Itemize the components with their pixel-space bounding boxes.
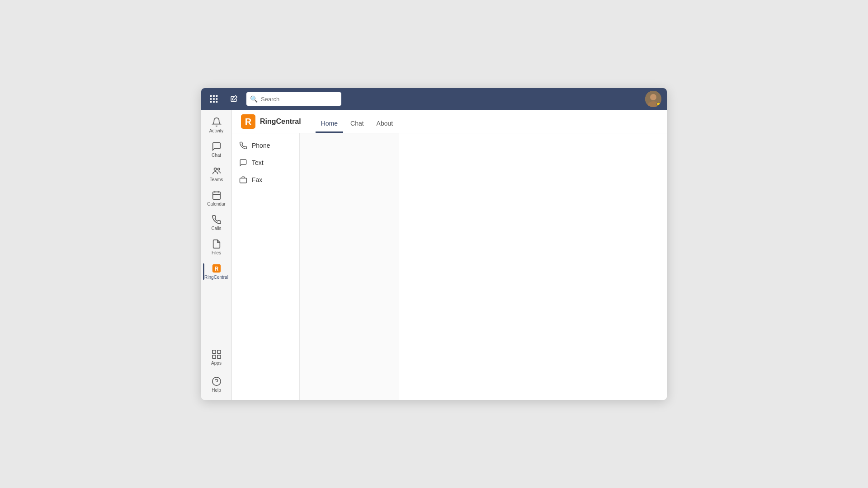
sidebar: Activity Chat Teams: [201, 110, 232, 400]
sidebar-item-apps[interactable]: Apps: [203, 346, 230, 369]
sidebar-item-chat[interactable]: Chat: [203, 138, 230, 161]
sidebar-item-files-label: Files: [212, 250, 221, 255]
brand-area: R RingCentral: [241, 114, 301, 129]
bell-icon: [212, 117, 222, 127]
sidebar-item-calls-label: Calls: [211, 226, 221, 231]
brand-name: RingCentral: [260, 117, 301, 126]
sidebar-item-calendar-label: Calendar: [207, 202, 226, 206]
svg-rect-22: [212, 355, 215, 358]
tab-home[interactable]: Home: [316, 110, 343, 133]
svg-rect-6: [210, 101, 212, 103]
app-window: 🔍 Activity: [201, 88, 667, 400]
svg-rect-14: [212, 192, 220, 200]
tab-chat[interactable]: Chat: [345, 110, 369, 133]
svg-rect-8: [216, 101, 218, 103]
grid-icon[interactable]: [207, 92, 221, 106]
tab-about[interactable]: About: [371, 110, 399, 133]
search-input[interactable]: [246, 92, 341, 106]
svg-text:R: R: [245, 117, 252, 127]
sidebar-item-apps-label: Apps: [211, 361, 222, 366]
sidebar-item-activity-label: Activity: [209, 128, 224, 133]
status-dot: [656, 102, 660, 106]
svg-rect-20: [212, 350, 215, 353]
sub-panel-area: Phone Text: [232, 133, 667, 400]
sidebar-item-files[interactable]: Files: [203, 235, 230, 259]
svg-text:R: R: [214, 266, 218, 272]
help-icon: [212, 376, 222, 386]
sidebar-item-help-label: Help: [212, 388, 221, 393]
svg-rect-2: [216, 95, 218, 97]
svg-rect-1: [213, 95, 215, 97]
content-area: R RingCentral Home Chat About: [232, 110, 667, 400]
sidebar-item-calendar[interactable]: Calendar: [203, 187, 230, 210]
svg-rect-28: [240, 178, 247, 183]
compose-icon[interactable]: [226, 92, 241, 106]
content-header: R RingCentral Home Chat About: [232, 110, 667, 133]
svg-rect-3: [210, 98, 212, 100]
sidebar-item-chat-label: Chat: [212, 153, 221, 158]
search-wrapper: 🔍: [246, 92, 440, 106]
apps-icon: [212, 349, 222, 359]
svg-rect-21: [217, 350, 220, 353]
sidebar-item-activity[interactable]: Activity: [203, 113, 230, 137]
sidebar-item-help[interactable]: Help: [203, 373, 230, 396]
svg-point-13: [217, 168, 220, 170]
subpanel-text-label: Text: [252, 159, 264, 166]
avatar[interactable]: [645, 91, 661, 107]
teams-icon: [212, 166, 222, 176]
phone-icon: [239, 141, 247, 150]
svg-rect-7: [213, 101, 215, 103]
svg-rect-23: [217, 355, 220, 358]
svg-point-24: [212, 377, 220, 385]
fax-icon: [239, 176, 247, 184]
sidebar-item-teams-label: Teams: [210, 177, 223, 182]
main-content: [399, 133, 667, 400]
calendar-icon: [212, 190, 222, 200]
subpanel-item-text[interactable]: Text: [232, 154, 299, 171]
sidebar-item-ringcentral[interactable]: R RingCentral: [203, 260, 230, 283]
sidebar-item-teams[interactable]: Teams: [203, 162, 230, 186]
svg-point-12: [214, 168, 217, 171]
svg-rect-4: [213, 98, 215, 100]
subpanel-fax-label: Fax: [252, 176, 262, 183]
ringcentral-icon: R: [212, 263, 222, 273]
subpanel-item-phone[interactable]: Phone: [232, 137, 299, 154]
calls-icon: [212, 215, 222, 225]
main-body: Activity Chat Teams: [201, 110, 667, 400]
text-message-icon: [239, 159, 247, 167]
svg-point-10: [650, 94, 656, 100]
subpanel-phone-label: Phone: [252, 142, 270, 149]
subpanel-item-fax[interactable]: Fax: [232, 171, 299, 188]
sidebar-item-ringcentral-label: RingCentral: [204, 275, 228, 280]
files-icon: [212, 239, 222, 249]
sidebar-item-calls[interactable]: Calls: [203, 211, 230, 235]
brand-logo-icon: R: [241, 114, 255, 129]
chat-icon: [212, 141, 222, 151]
middle-subpanel: [300, 133, 399, 400]
left-subpanel: Phone Text: [232, 133, 300, 400]
topbar: 🔍: [201, 88, 667, 110]
svg-rect-0: [210, 95, 212, 97]
svg-rect-5: [216, 98, 218, 100]
nav-tabs: Home Chat About: [316, 110, 399, 133]
